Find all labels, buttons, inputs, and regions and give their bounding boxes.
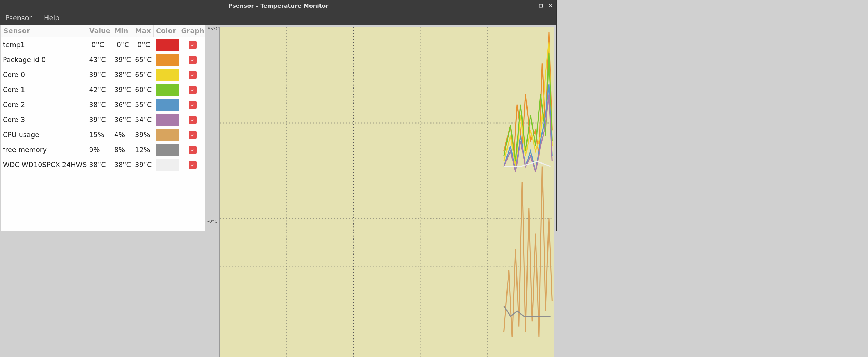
graph-checkbox[interactable]: ✓: [189, 161, 197, 169]
col-header-color[interactable]: Color: [154, 25, 179, 37]
sensor-color-cell[interactable]: [154, 97, 179, 112]
sensor-color-cell[interactable]: [154, 52, 179, 67]
application-window: Psensor - Temperature Monitor Psensor He…: [0, 0, 557, 231]
sensor-color-cell[interactable]: [154, 112, 179, 127]
content-pane: Sensor Value Min Max Color Graph temp1-0…: [0, 25, 556, 231]
table-row[interactable]: temp1-0°C-0°C-0°C✓: [1, 37, 205, 52]
sensor-color-cell[interactable]: [154, 127, 179, 142]
sensor-value: 39°C: [87, 67, 112, 82]
col-header-min[interactable]: Min: [112, 25, 133, 37]
color-swatch[interactable]: [156, 129, 179, 141]
sensor-graph-cell: ✓: [179, 142, 205, 157]
table-header-row: Sensor Value Min Max Color Graph: [1, 25, 205, 37]
sensor-min: -0°C: [112, 37, 133, 52]
sensor-name: WDC WD10SPCX-24HWST1: [1, 157, 87, 172]
graph-checkbox[interactable]: ✓: [189, 101, 197, 109]
table-row[interactable]: free memory9%8%12%✓: [1, 142, 205, 157]
graph-checkbox[interactable]: ✓: [189, 56, 197, 64]
graph-checkbox[interactable]: ✓: [189, 71, 197, 79]
sensor-value: 38°C: [87, 97, 112, 112]
sensor-max: 12%: [133, 142, 153, 157]
color-swatch[interactable]: [156, 54, 179, 66]
sensor-name: CPU usage: [1, 127, 87, 142]
graph-checkbox[interactable]: ✓: [189, 86, 197, 94]
sensor-name: Core 2: [1, 97, 87, 112]
sensor-graph-cell: ✓: [179, 37, 205, 52]
sensor-min: 36°C: [112, 97, 133, 112]
color-swatch[interactable]: [156, 114, 179, 126]
sensor-value: 15%: [87, 127, 112, 142]
maximize-icon[interactable]: [537, 2, 544, 9]
svg-rect-0: [529, 7, 533, 7]
sensor-value: 38°C: [87, 157, 112, 172]
sensor-min: 36°C: [112, 112, 133, 127]
sensor-graph-cell: ✓: [179, 157, 205, 172]
sensor-min: 39°C: [112, 82, 133, 97]
menu-help[interactable]: Help: [41, 12, 62, 23]
sensor-name: free memory: [1, 142, 87, 157]
sensor-graph-cell: ✓: [179, 67, 205, 82]
sensor-graph-cell: ✓: [179, 97, 205, 112]
sensor-value: 39°C: [87, 112, 112, 127]
table-row[interactable]: Package id 043°C39°C65°C✓: [1, 52, 205, 67]
col-header-value[interactable]: Value: [87, 25, 112, 37]
sensor-value: 9%: [87, 142, 112, 157]
chart-svg: [220, 27, 554, 357]
sensor-graph-cell: ✓: [179, 112, 205, 127]
table-row[interactable]: Core 238°C36°C55°C✓: [1, 97, 205, 112]
graph-panel: 65°C -0°C 10:57 11:17: [205, 25, 556, 231]
color-swatch[interactable]: [156, 99, 179, 111]
menubar: Psensor Help: [0, 11, 556, 25]
window-controls: [527, 0, 554, 11]
graph-checkbox[interactable]: ✓: [189, 41, 197, 49]
graph-checkbox[interactable]: ✓: [189, 116, 197, 124]
titlebar[interactable]: Psensor - Temperature Monitor: [0, 0, 556, 11]
table-row[interactable]: Core 142°C39°C60°C✓: [1, 82, 205, 97]
minimize-icon[interactable]: [527, 2, 534, 9]
sensor-name: Core 3: [1, 112, 87, 127]
window-title: Psensor - Temperature Monitor: [228, 2, 328, 9]
graph-checkbox[interactable]: ✓: [189, 131, 197, 139]
sensor-table: Sensor Value Min Max Color Graph temp1-0…: [1, 25, 205, 172]
color-swatch[interactable]: [156, 84, 179, 96]
sensor-value: 42°C: [87, 82, 112, 97]
sensor-value: 43°C: [87, 52, 112, 67]
table-row[interactable]: Core 339°C36°C54°C✓: [1, 112, 205, 127]
series-cpu-usage: [504, 166, 552, 337]
color-swatch[interactable]: [156, 159, 179, 171]
col-header-graph[interactable]: Graph: [179, 25, 205, 37]
close-icon[interactable]: [547, 2, 554, 9]
sensor-color-cell[interactable]: [154, 82, 179, 97]
menu-psensor[interactable]: Psensor: [2, 12, 35, 23]
y-axis-max-label: 65°C: [207, 26, 219, 31]
col-header-sensor[interactable]: Sensor: [1, 25, 87, 37]
sensor-max: 60°C: [133, 82, 153, 97]
y-axis-min-label: -0°C: [207, 218, 218, 224]
sensor-max: 39%: [133, 127, 153, 142]
sensor-panel: Sensor Value Min Max Color Graph temp1-0…: [0, 25, 205, 231]
sensor-max: 65°C: [133, 67, 153, 82]
color-swatch[interactable]: [156, 39, 179, 51]
sensor-graph-cell: ✓: [179, 82, 205, 97]
sensor-graph-cell: ✓: [179, 127, 205, 142]
sensor-min: 39°C: [112, 52, 133, 67]
sensor-value: -0°C: [87, 37, 112, 52]
sensor-name: Core 1: [1, 82, 87, 97]
color-swatch[interactable]: [156, 144, 179, 156]
sensor-color-cell[interactable]: [154, 142, 179, 157]
table-row[interactable]: WDC WD10SPCX-24HWST138°C38°C39°C✓: [1, 157, 205, 172]
graph-checkbox[interactable]: ✓: [189, 146, 197, 154]
table-row[interactable]: CPU usage15%4%39%✓: [1, 127, 205, 142]
sensor-color-cell[interactable]: [154, 37, 179, 52]
sensor-graph-cell: ✓: [179, 52, 205, 67]
col-header-max[interactable]: Max: [133, 25, 153, 37]
chart-area[interactable]: [219, 27, 554, 357]
sensor-color-cell[interactable]: [154, 157, 179, 172]
color-swatch[interactable]: [156, 69, 179, 81]
sensor-max: 39°C: [133, 157, 153, 172]
sensor-min: 8%: [112, 142, 133, 157]
sensor-color-cell[interactable]: [154, 67, 179, 82]
sensor-name: Package id 0: [1, 52, 87, 67]
sensor-max: 54°C: [133, 112, 153, 127]
table-row[interactable]: Core 039°C38°C65°C✓: [1, 67, 205, 82]
